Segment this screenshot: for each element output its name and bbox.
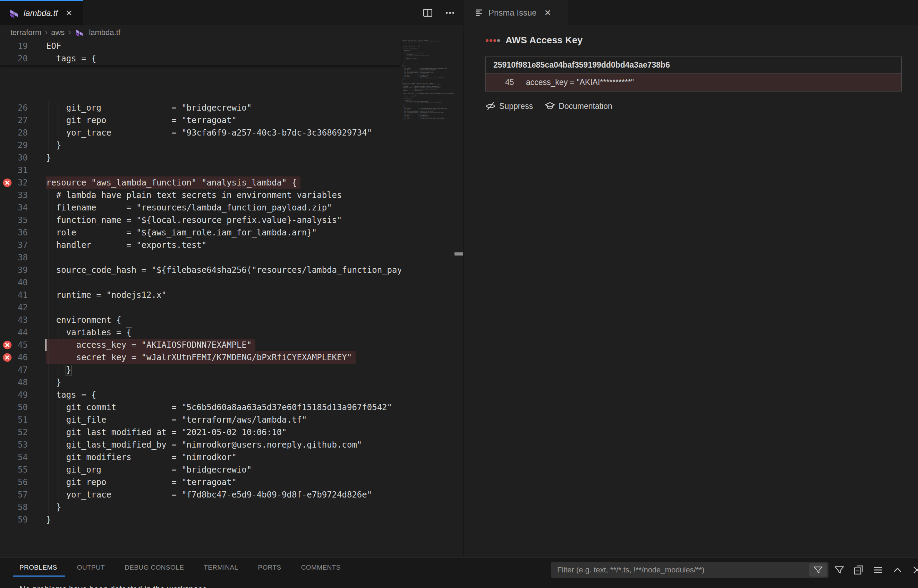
split-editor-icon[interactable]: [421, 6, 434, 19]
panel-tab-ports[interactable]: PORTS: [258, 564, 282, 571]
indent-guide: [49, 102, 49, 152]
line-number[interactable]: 54: [0, 451, 28, 464]
panel-tab-output[interactable]: OUTPUT: [77, 564, 105, 571]
code-line[interactable]: yor_trace = "93cfa6f9-a257-40c3-b7dc-3c3…: [46, 126, 372, 139]
suppress-label: Suppress: [499, 102, 533, 111]
code-line[interactable]: source_code_hash = "${filebase64sha256("…: [46, 264, 401, 276]
indent-guide: [49, 189, 49, 514]
more-actions-icon[interactable]: [444, 6, 457, 19]
code-line[interactable]: git_repo = "terragoat": [46, 476, 236, 488]
minimap[interactable]: resource "aws_iam_role" "iam_for_lambda"…: [402, 40, 454, 213]
line-number[interactable]: 36: [0, 226, 28, 239]
bracket-match: [126, 327, 132, 338]
line-number[interactable]: 27: [0, 114, 28, 126]
line-number[interactable]: 51: [0, 414, 28, 426]
code-line[interactable]: git_last_modified_by = "nimrodkor@users.…: [46, 439, 362, 451]
error-icon[interactable]: [3, 341, 12, 349]
code-line[interactable]: secret_key = "wJalrXUtnFEMI/K7MDENG/bPxR…: [46, 351, 352, 364]
code-line[interactable]: yor_trace = "f7d8bc47-e5d9-4b09-9d8f-e7b…: [46, 488, 372, 501]
line-number[interactable]: 35: [0, 214, 28, 226]
code-line[interactable]: git_repo = "terragoat": [46, 114, 236, 126]
panel-tab-problems[interactable]: PROBLEMS: [19, 564, 57, 571]
line-number[interactable]: 30: [0, 152, 28, 164]
line-number[interactable]: 31: [0, 164, 28, 176]
code-editor[interactable]: git_org = "bridgecrewio" git_repo = "ter…: [0, 40, 464, 557]
code-line[interactable]: tags = {: [46, 389, 96, 401]
code-line[interactable]: access_key = "AKIAIOSFODNN7EXAMPLE": [46, 339, 251, 351]
maximize-panel-icon[interactable]: [891, 564, 904, 577]
line-number[interactable]: 59: [0, 514, 28, 526]
line-number[interactable]: 41: [0, 289, 28, 301]
line-number[interactable]: 37: [0, 239, 28, 251]
close-panel-icon[interactable]: [910, 564, 918, 577]
code-line[interactable]: handler = "exports.test": [46, 239, 206, 251]
line-number[interactable]: 40: [0, 276, 28, 289]
vscode-window: lambda.tf ✕: [0, 0, 918, 588]
line-number[interactable]: 43: [0, 314, 28, 326]
code-line[interactable]: git_commit = "5c6b5d60a8aa63a5d37e60f151…: [46, 401, 392, 414]
line-number[interactable]: 48: [0, 376, 28, 389]
issue-code-row[interactable]: 45 access_key = "AKIAI**********": [486, 73, 901, 91]
sticky-code-line[interactable]: EOF: [46, 40, 61, 52]
code-line[interactable]: git_last_modified_at = "2021-05-02 10:06…: [46, 426, 287, 439]
line-number[interactable]: 44: [0, 326, 28, 339]
filter-input[interactable]: [551, 562, 807, 578]
panel-tab-debug-console[interactable]: DEBUG CONSOLE: [125, 564, 184, 571]
sticky-scroll[interactable]: 19EOF20 tags = {: [0, 40, 401, 65]
code-line[interactable]: runtime = "nodejs12.x": [46, 289, 167, 301]
panel-tab-comments[interactable]: COMMENTS: [301, 564, 341, 571]
text-cursor: [45, 339, 47, 351]
tab-label: lambda.tf: [24, 8, 58, 18]
documentation-button[interactable]: Documentation: [545, 101, 612, 111]
panel-tab-terminal[interactable]: TERMINAL: [204, 564, 238, 571]
line-number[interactable]: 47: [0, 364, 28, 376]
filter-funnel-icon[interactable]: [833, 564, 846, 577]
code-line[interactable]: }: [46, 514, 51, 526]
code-line[interactable]: filename = "resources/lambda_function_pa…: [46, 202, 332, 214]
line-number[interactable]: 42: [0, 301, 28, 314]
breadcrumb-item-aws[interactable]: aws: [51, 28, 65, 37]
view-as-list-icon[interactable]: [871, 564, 885, 577]
line-number[interactable]: 50: [0, 401, 28, 414]
line-number[interactable]: 52: [0, 426, 28, 439]
line-number[interactable]: 55: [0, 464, 28, 476]
code-line[interactable]: function_name = "${local.resource_prefix…: [46, 214, 342, 226]
breadcrumb-item-lambda-tf[interactable]: lambda.tf: [89, 28, 120, 37]
tab-close-icon[interactable]: ✕: [544, 9, 551, 17]
panel-resize-handle[interactable]: [454, 25, 464, 557]
filter-icon[interactable]: [809, 564, 827, 577]
error-icon[interactable]: [3, 178, 12, 187]
code-line[interactable]: }: [46, 152, 51, 164]
collapse-all-icon[interactable]: [852, 564, 865, 577]
line-number[interactable]: 53: [0, 439, 28, 451]
code-line[interactable]: resource "aws_lambda_function" "analysis…: [46, 176, 296, 189]
line-number[interactable]: 57: [0, 488, 28, 501]
tab-close-icon[interactable]: ✕: [66, 9, 73, 17]
code-line[interactable]: git_org = "bridgecrewio": [46, 102, 251, 114]
line-number[interactable]: 58: [0, 501, 28, 514]
sticky-line-number[interactable]: 19: [0, 40, 28, 52]
line-number[interactable]: 49: [0, 389, 28, 401]
breadcrumb-item-terraform[interactable]: terraform: [10, 28, 41, 37]
line-number[interactable]: 56: [0, 476, 28, 488]
prisma-issue-tab[interactable]: Prisma Issue ✕: [464, 0, 568, 25]
line-number[interactable]: 29: [0, 139, 28, 152]
line-number[interactable]: 34: [0, 202, 28, 214]
code-line[interactable]: role = "${aws_iam_role.iam_for_lambda.ar…: [46, 226, 317, 239]
line-number[interactable]: 39: [0, 264, 28, 276]
code-line[interactable]: git_file = "terraform/aws/lambda.tf": [46, 414, 307, 426]
line-number[interactable]: 38: [0, 251, 28, 264]
code-line[interactable]: git_org = "bridgecrewio": [46, 464, 251, 476]
editor-tab-lambda-tf[interactable]: lambda.tf ✕: [0, 0, 83, 25]
sticky-code-line[interactable]: tags = {: [46, 52, 96, 65]
resize-grip[interactable]: [455, 252, 463, 255]
suppress-button[interactable]: Suppress: [486, 101, 533, 111]
line-number[interactable]: 28: [0, 126, 28, 139]
line-number[interactable]: 26: [0, 102, 28, 114]
code-line[interactable]: environment {: [46, 314, 121, 326]
line-number[interactable]: 33: [0, 189, 28, 202]
error-icon[interactable]: [3, 353, 12, 362]
sticky-line-number[interactable]: 20: [0, 52, 28, 65]
code-line[interactable]: git_modifiers = "nimrodkor": [46, 451, 236, 464]
code-line[interactable]: # lambda have plain text secrets in envi…: [46, 189, 342, 202]
